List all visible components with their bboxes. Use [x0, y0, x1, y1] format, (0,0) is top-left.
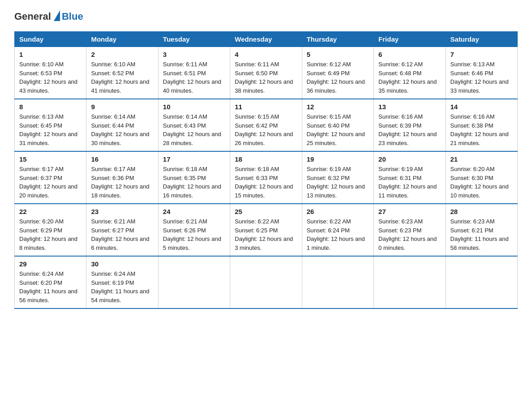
week-row-3: 15 Sunrise: 6:17 AMSunset: 6:37 PMDaylig… — [15, 151, 518, 204]
day-info: Sunrise: 6:20 AMSunset: 6:29 PMDaylight:… — [19, 218, 77, 251]
day-info: Sunrise: 6:10 AMSunset: 6:53 PMDaylight:… — [19, 61, 77, 94]
calendar-cell: 4 Sunrise: 6:11 AMSunset: 6:50 PMDayligh… — [230, 47, 302, 99]
day-number: 2 — [91, 51, 153, 58]
calendar-cell: 12 Sunrise: 6:15 AMSunset: 6:40 PMDaylig… — [302, 99, 373, 151]
calendar-cell: 30 Sunrise: 6:24 AMSunset: 6:19 PMDaylig… — [86, 256, 158, 308]
day-info: Sunrise: 6:14 AMSunset: 6:43 PMDaylight:… — [163, 113, 221, 146]
day-number: 13 — [378, 103, 441, 111]
calendar-cell: 7 Sunrise: 6:13 AMSunset: 6:46 PMDayligh… — [446, 47, 517, 99]
header-monday: Monday — [86, 32, 158, 47]
logo-blue: Blue — [62, 11, 83, 22]
header-tuesday: Tuesday — [158, 32, 230, 47]
day-info: Sunrise: 6:20 AMSunset: 6:30 PMDaylight:… — [450, 166, 509, 199]
logo-general: General — [14, 11, 51, 22]
day-number: 28 — [450, 208, 513, 215]
calendar-cell: 25 Sunrise: 6:22 AMSunset: 6:25 PMDaylig… — [230, 204, 302, 256]
day-info: Sunrise: 6:21 AMSunset: 6:27 PMDaylight:… — [91, 218, 149, 251]
day-info: Sunrise: 6:14 AMSunset: 6:44 PMDaylight:… — [91, 113, 149, 146]
day-info: Sunrise: 6:18 AMSunset: 6:35 PMDaylight:… — [163, 166, 221, 199]
day-number: 1 — [19, 51, 82, 58]
calendar-cell: 13 Sunrise: 6:16 AMSunset: 6:39 PMDaylig… — [374, 99, 446, 151]
week-row-5: 29 Sunrise: 6:24 AMSunset: 6:20 PMDaylig… — [15, 256, 518, 308]
logo-triangle-icon — [54, 10, 60, 21]
day-number: 14 — [450, 103, 513, 111]
day-number: 30 — [91, 260, 153, 268]
day-number: 16 — [91, 155, 153, 163]
day-info: Sunrise: 6:22 AMSunset: 6:24 PMDaylight:… — [307, 218, 365, 251]
day-number: 8 — [19, 103, 82, 111]
calendar-cell: 3 Sunrise: 6:11 AMSunset: 6:51 PMDayligh… — [158, 47, 230, 99]
calendar-cell: 19 Sunrise: 6:19 AMSunset: 6:32 PMDaylig… — [302, 151, 373, 204]
calendar-cell: 2 Sunrise: 6:10 AMSunset: 6:52 PMDayligh… — [86, 47, 158, 99]
day-info: Sunrise: 6:23 AMSunset: 6:23 PMDaylight:… — [378, 218, 437, 251]
week-row-4: 22 Sunrise: 6:20 AMSunset: 6:29 PMDaylig… — [15, 204, 518, 256]
day-info: Sunrise: 6:10 AMSunset: 6:52 PMDaylight:… — [91, 61, 149, 94]
day-info: Sunrise: 6:15 AMSunset: 6:40 PMDaylight:… — [307, 113, 365, 146]
day-info: Sunrise: 6:17 AMSunset: 6:37 PMDaylight:… — [19, 166, 77, 199]
calendar-cell: 10 Sunrise: 6:14 AMSunset: 6:43 PMDaylig… — [158, 99, 230, 151]
day-number: 23 — [91, 208, 153, 215]
calendar-cell: 29 Sunrise: 6:24 AMSunset: 6:20 PMDaylig… — [15, 256, 86, 308]
calendar-cell: 28 Sunrise: 6:23 AMSunset: 6:21 PMDaylig… — [446, 204, 517, 256]
day-number: 22 — [19, 208, 82, 215]
calendar-cell: 21 Sunrise: 6:20 AMSunset: 6:30 PMDaylig… — [446, 151, 517, 204]
calendar-cell — [374, 256, 446, 308]
day-number: 10 — [163, 103, 225, 111]
day-number: 11 — [235, 103, 297, 111]
day-info: Sunrise: 6:15 AMSunset: 6:42 PMDaylight:… — [235, 113, 293, 146]
day-number: 20 — [378, 155, 441, 163]
day-info: Sunrise: 6:24 AMSunset: 6:19 PMDaylight:… — [91, 270, 149, 304]
calendar-cell: 11 Sunrise: 6:15 AMSunset: 6:42 PMDaylig… — [230, 99, 302, 151]
week-row-1: 1 Sunrise: 6:10 AMSunset: 6:53 PMDayligh… — [15, 47, 518, 99]
day-number: 4 — [235, 51, 297, 58]
calendar-cell: 8 Sunrise: 6:13 AMSunset: 6:45 PMDayligh… — [15, 99, 86, 151]
calendar-cell: 22 Sunrise: 6:20 AMSunset: 6:29 PMDaylig… — [15, 204, 86, 256]
day-info: Sunrise: 6:19 AMSunset: 6:32 PMDaylight:… — [307, 166, 365, 199]
day-info: Sunrise: 6:13 AMSunset: 6:46 PMDaylight:… — [450, 61, 509, 94]
calendar-cell: 14 Sunrise: 6:16 AMSunset: 6:38 PMDaylig… — [446, 99, 517, 151]
day-info: Sunrise: 6:11 AMSunset: 6:50 PMDaylight:… — [235, 61, 293, 94]
page-header: General Blue — [14, 11, 518, 22]
calendar-cell: 1 Sunrise: 6:10 AMSunset: 6:53 PMDayligh… — [15, 47, 86, 99]
day-info: Sunrise: 6:19 AMSunset: 6:31 PMDaylight:… — [378, 166, 437, 199]
day-number: 6 — [378, 51, 441, 58]
day-info: Sunrise: 6:24 AMSunset: 6:20 PMDaylight:… — [19, 270, 77, 304]
calendar-cell: 26 Sunrise: 6:22 AMSunset: 6:24 PMDaylig… — [302, 204, 373, 256]
header-thursday: Thursday — [302, 32, 373, 47]
calendar-cell: 5 Sunrise: 6:12 AMSunset: 6:49 PMDayligh… — [302, 47, 373, 99]
day-number: 24 — [163, 208, 225, 215]
calendar-cell: 20 Sunrise: 6:19 AMSunset: 6:31 PMDaylig… — [374, 151, 446, 204]
calendar-cell: 16 Sunrise: 6:17 AMSunset: 6:36 PMDaylig… — [86, 151, 158, 204]
day-info: Sunrise: 6:21 AMSunset: 6:26 PMDaylight:… — [163, 218, 221, 251]
calendar-cell: 18 Sunrise: 6:18 AMSunset: 6:33 PMDaylig… — [230, 151, 302, 204]
calendar-cell: 17 Sunrise: 6:18 AMSunset: 6:35 PMDaylig… — [158, 151, 230, 204]
header-sunday: Sunday — [15, 32, 86, 47]
calendar-cell — [158, 256, 230, 308]
day-number: 17 — [163, 155, 225, 163]
day-info: Sunrise: 6:22 AMSunset: 6:25 PMDaylight:… — [235, 218, 293, 251]
day-info: Sunrise: 6:12 AMSunset: 6:48 PMDaylight:… — [378, 61, 437, 94]
calendar-cell — [446, 256, 517, 308]
day-number: 7 — [450, 51, 513, 58]
day-number: 5 — [307, 51, 369, 58]
day-number: 12 — [307, 103, 369, 111]
day-info: Sunrise: 6:18 AMSunset: 6:33 PMDaylight:… — [235, 166, 293, 199]
calendar-table: SundayMondayTuesdayWednesdayThursdayFrid… — [14, 31, 518, 309]
day-info: Sunrise: 6:11 AMSunset: 6:51 PMDaylight:… — [163, 61, 221, 94]
day-number: 19 — [307, 155, 369, 163]
calendar-cell — [302, 256, 373, 308]
day-number: 15 — [19, 155, 82, 163]
day-info: Sunrise: 6:16 AMSunset: 6:38 PMDaylight:… — [450, 113, 509, 146]
day-number: 29 — [19, 260, 82, 268]
day-number: 21 — [450, 155, 513, 163]
header-saturday: Saturday — [446, 32, 517, 47]
week-row-2: 8 Sunrise: 6:13 AMSunset: 6:45 PMDayligh… — [15, 99, 518, 151]
header-wednesday: Wednesday — [230, 32, 302, 47]
calendar-cell: 9 Sunrise: 6:14 AMSunset: 6:44 PMDayligh… — [86, 99, 158, 151]
day-info: Sunrise: 6:16 AMSunset: 6:39 PMDaylight:… — [378, 113, 437, 146]
day-number: 27 — [378, 208, 441, 215]
day-number: 9 — [91, 103, 153, 111]
header-friday: Friday — [374, 32, 446, 47]
day-info: Sunrise: 6:12 AMSunset: 6:49 PMDaylight:… — [307, 61, 365, 94]
day-number: 25 — [235, 208, 297, 215]
